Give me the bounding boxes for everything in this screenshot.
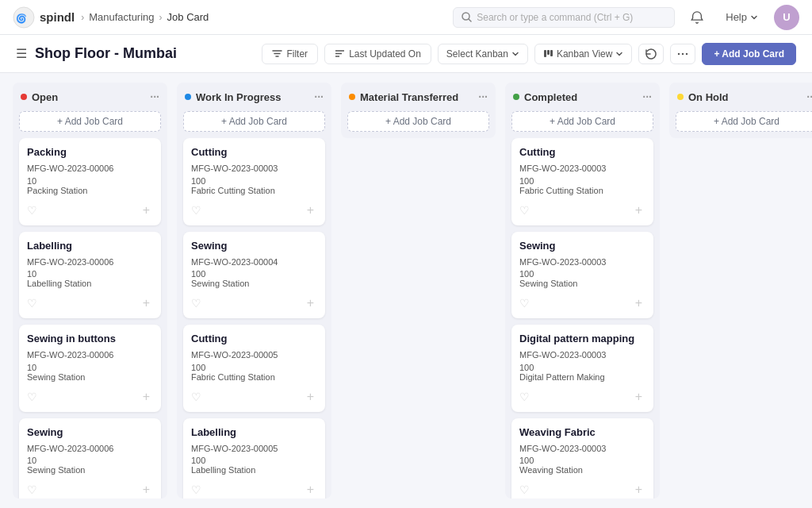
help-button[interactable]: Help — [719, 8, 764, 26]
kanban-card[interactable]: Labelling MFG-WO-2023-00006 10 Labelling… — [19, 232, 161, 319]
kanban-card[interactable]: Cutting MFG-WO-2023-00003 100 Fabric Cut… — [511, 138, 653, 225]
card-station: Weaving Station — [519, 465, 645, 475]
svg-rect-10 — [544, 50, 546, 57]
card-add-icon[interactable]: + — [304, 388, 317, 406]
select-kanban-label: Select Kanban — [446, 48, 508, 60]
kanban-card[interactable]: Sewing MFG-WO-2023-00006 10 Sewing Stati… — [19, 418, 161, 498]
card-add-icon[interactable]: + — [140, 481, 153, 498]
more-options-button[interactable] — [670, 44, 695, 64]
kanban-card[interactable]: Cutting MFG-WO-2023-00003 100 Fabric Cut… — [183, 138, 325, 225]
card-title: Packing — [27, 146, 153, 158]
card-wo: MFG-WO-2023-00003 — [519, 256, 645, 270]
card-add-icon[interactable]: + — [632, 202, 645, 219]
svg-line-3 — [469, 19, 471, 21]
breadcrumb-sep-1: › — [81, 12, 84, 23]
cards-list-completed: Cutting MFG-WO-2023-00003 100 Fabric Cut… — [505, 138, 660, 498]
card-add-icon[interactable]: + — [632, 388, 645, 406]
kanban-card[interactable]: Digital pattern mapping MFG-WO-2023-0000… — [511, 325, 653, 412]
favorite-icon[interactable]: ♡ — [191, 483, 201, 496]
kanban-card[interactable]: Weaving Fabric MFG-WO-2023-00003 100 Wea… — [511, 418, 653, 498]
card-qty: 100 — [191, 456, 317, 465]
favorite-icon[interactable]: ♡ — [27, 204, 37, 217]
card-qty: 10 — [27, 363, 153, 372]
add-job-card-button[interactable]: + Add Job Card — [702, 43, 796, 65]
select-kanban-dropdown[interactable]: Select Kanban — [438, 44, 528, 64]
column-more-on-hold[interactable]: ··· — [806, 90, 812, 103]
card-qty: 10 — [27, 269, 153, 279]
column-more-material-transferred[interactable]: ··· — [478, 90, 488, 103]
favorite-icon[interactable]: ♡ — [519, 204, 530, 217]
add-card-button-top-material-transferred[interactable]: + Add Job Card — [347, 111, 489, 132]
notifications-icon[interactable] — [684, 5, 710, 30]
sort-button[interactable]: Last Updated On — [324, 44, 431, 64]
column-more-open[interactable]: ··· — [150, 90, 159, 103]
card-add-icon[interactable]: + — [632, 294, 645, 312]
kanban-card[interactable]: Packing MFG-WO-2023-00006 10 Packing Sta… — [19, 138, 161, 225]
filter-icon — [272, 48, 282, 59]
card-qty: 100 — [519, 363, 645, 372]
favorite-icon[interactable]: ♡ — [27, 297, 37, 310]
add-card-button-top-on-hold[interactable]: + Add Job Card — [676, 111, 812, 132]
kanban-card[interactable]: Cutting MFG-WO-2023-00005 100 Fabric Cut… — [183, 325, 325, 412]
card-wo: MFG-WO-2023-00004 — [191, 256, 317, 270]
cards-list-work-in-progress: Cutting MFG-WO-2023-00003 100 Fabric Cut… — [177, 138, 331, 498]
card-footer: ♡ + — [191, 481, 317, 498]
kanban-chevron-icon — [615, 50, 623, 58]
kanban-card[interactable]: Sewing MFG-WO-2023-00004 100 Sewing Stat… — [183, 232, 325, 319]
column-more-completed[interactable]: ··· — [642, 90, 652, 103]
search-bar[interactable]: Search or type a command (Ctrl + G) — [453, 7, 675, 28]
card-add-icon[interactable]: + — [632, 481, 645, 498]
favorite-icon[interactable]: ♡ — [519, 483, 530, 496]
card-footer: ♡ + — [27, 202, 153, 219]
card-wo: MFG-WO-2023-00003 — [191, 162, 317, 176]
column-header-left-material-transferred: Material Transferred — [349, 91, 458, 103]
card-title: Cutting — [191, 146, 317, 158]
breadcrumb-jobcard[interactable]: Job Card — [167, 11, 209, 23]
card-footer: ♡ + — [519, 388, 645, 406]
svg-rect-12 — [550, 50, 553, 56]
card-footer: ♡ + — [191, 294, 317, 312]
favorite-icon[interactable]: ♡ — [191, 204, 201, 217]
kanban-card[interactable]: Sewing MFG-WO-2023-00003 100 Sewing Stat… — [511, 232, 653, 319]
kanban-card[interactable]: Labelling MFG-WO-2023-00005 100 Labellin… — [183, 418, 325, 498]
card-add-icon[interactable]: + — [304, 202, 317, 219]
card-add-icon[interactable]: + — [140, 202, 153, 219]
logo[interactable]: 🌀 spindl — [13, 6, 75, 29]
column-header-left-open: Open — [21, 91, 58, 103]
menu-icon[interactable]: ☰ — [16, 46, 27, 61]
card-add-icon[interactable]: + — [304, 481, 317, 498]
avatar[interactable]: U — [774, 5, 799, 30]
card-station: Sewing Station — [519, 279, 645, 288]
kanban-card[interactable]: Sewing in buttons MFG-WO-2023-00006 10 S… — [19, 325, 161, 412]
kanban-view-dropdown[interactable]: Kanban View — [534, 44, 633, 64]
page-title: Shop Floor - Mumbai — [35, 45, 177, 62]
favorite-icon[interactable]: ♡ — [27, 391, 37, 403]
add-card-button-top-work-in-progress[interactable]: + Add Job Card — [183, 111, 325, 132]
refresh-button[interactable] — [638, 44, 664, 64]
card-title: Sewing — [27, 426, 153, 438]
column-header-open: Open ··· — [13, 83, 167, 108]
card-add-icon[interactable]: + — [140, 294, 153, 312]
favorite-icon[interactable]: ♡ — [27, 483, 37, 496]
column-title-work-in-progress: Work In Progress — [196, 91, 281, 103]
kanban-board: Open ··· + Add Job Card Packing MFG-WO-2… — [0, 73, 812, 508]
column-more-work-in-progress[interactable]: ··· — [314, 90, 324, 103]
card-add-icon[interactable]: + — [140, 388, 153, 406]
card-add-icon[interactable]: + — [304, 294, 317, 312]
add-card-button-top-open[interactable]: + Add Job Card — [19, 111, 161, 132]
add-card-button-top-completed[interactable]: + Add Job Card — [511, 111, 653, 132]
card-station: Sewing Station — [27, 465, 153, 475]
card-station: Sewing Station — [191, 279, 317, 288]
logo-text: spindl — [40, 10, 75, 24]
favorite-icon[interactable]: ♡ — [191, 297, 201, 310]
breadcrumb-manufacturing[interactable]: Manufacturing — [89, 11, 154, 23]
column-open: Open ··· + Add Job Card Packing MFG-WO-2… — [13, 83, 167, 498]
top-nav: 🌀 spindl › Manufacturing › Job Card Sear… — [0, 0, 812, 35]
help-label: Help — [726, 11, 747, 23]
filter-button[interactable]: Filter — [262, 44, 318, 64]
column-dot-completed — [513, 94, 519, 100]
card-station: Packing Station — [27, 186, 153, 195]
favorite-icon[interactable]: ♡ — [191, 391, 201, 403]
favorite-icon[interactable]: ♡ — [519, 391, 530, 403]
favorite-icon[interactable]: ♡ — [519, 297, 530, 310]
